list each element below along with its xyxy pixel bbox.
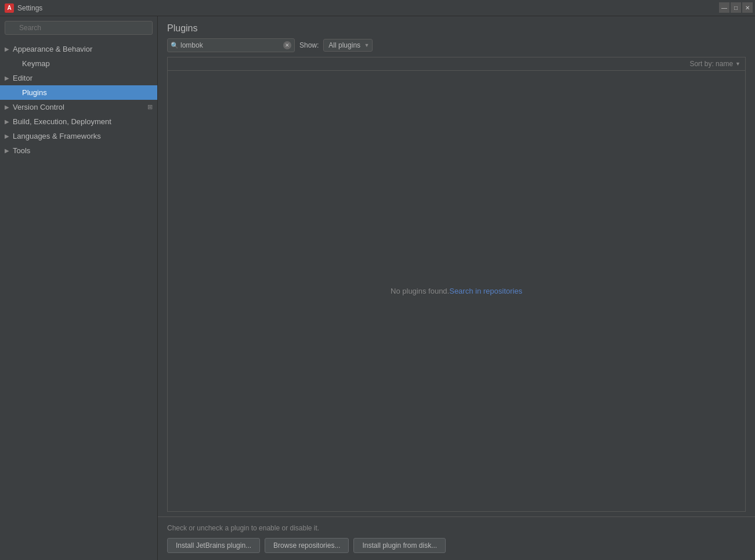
sidebar-item-keymap[interactable]: Keymap — [0, 56, 157, 71]
browse-repositories-button[interactable]: Browse repositories... — [265, 538, 349, 553]
main-content: Plugins 🔍 ✕ Show: All plugins Enabled Di… — [158, 16, 755, 560]
arrow-icon: ▶ — [5, 147, 13, 154]
sidebar-item-label: Version Control — [13, 103, 147, 111]
sidebar-item-label: Appearance & Behavior — [13, 45, 153, 53]
sidebar-search-wrap: 🔍 — [0, 16, 157, 39]
sidebar-search-input[interactable] — [5, 21, 153, 35]
sidebar-item-tools[interactable]: ▶ Tools — [0, 143, 157, 158]
page-header: Plugins — [158, 16, 755, 38]
sidebar-item-label: Languages & Frameworks — [13, 132, 153, 140]
sidebar-item-label: Build, Execution, Deployment — [13, 117, 153, 126]
sidebar-item-label: Plugins — [22, 88, 153, 97]
sidebar-item-editor[interactable]: ▶ Editor — [0, 71, 157, 85]
bottom-hint: Check or uncheck a plugin to enable or d… — [167, 524, 746, 532]
sort-bar: Sort by: name ▼ — [168, 57, 745, 71]
arrow-icon: ▶ — [5, 118, 13, 125]
maximize-button[interactable]: □ — [731, 2, 741, 13]
arrow-icon: ▶ — [5, 75, 13, 81]
sidebar-item-label: Tools — [13, 146, 153, 155]
search-in-repositories-link[interactable]: Search in repositories — [449, 287, 522, 295]
plugin-search-wrap: 🔍 ✕ — [167, 38, 295, 52]
sidebar-item-label: Editor — [13, 74, 153, 82]
sidebar-item-plugins[interactable]: Plugins — [0, 85, 157, 100]
sidebar-nav: ▶ Appearance & Behavior Keymap ▶ Editor … — [0, 39, 157, 560]
show-dropdown-wrap: All plugins Enabled Disabled Bundled Cus… — [323, 39, 373, 52]
arrow-icon: ▶ — [5, 46, 13, 52]
close-button[interactable]: ✕ — [742, 2, 753, 13]
plugin-list-area: Sort by: name ▼ No plugins found. Search… — [167, 57, 746, 512]
plugin-search-bar: 🔍 ✕ Show: All plugins Enabled Disabled B… — [158, 38, 755, 57]
plugin-search-clear-button[interactable]: ✕ — [283, 41, 291, 49]
bottom-section: Check or uncheck a plugin to enable or d… — [158, 516, 755, 560]
copy-icon: ⊞ — [147, 103, 153, 111]
bottom-buttons: Install JetBrains plugin... Browse repos… — [167, 538, 746, 553]
no-plugins-text: No plugins found. — [391, 287, 449, 295]
sidebar: 🔍 ▶ Appearance & Behavior Keymap ▶ Edito… — [0, 16, 158, 560]
sidebar-search-container: 🔍 — [5, 21, 153, 35]
install-plugin-from-disk-button[interactable]: Install plugin from disk... — [353, 538, 446, 553]
sidebar-item-label: Keymap — [22, 59, 153, 68]
sidebar-item-appearance[interactable]: ▶ Appearance & Behavior — [0, 42, 157, 56]
sort-arrow-icon: ▼ — [735, 61, 740, 67]
plugin-list-content: No plugins found. Search in repositories — [168, 71, 745, 511]
show-label: Show: — [299, 41, 319, 49]
app-icon: A — [5, 3, 14, 13]
arrow-icon: ▶ — [5, 104, 13, 110]
page-title: Plugins — [167, 23, 197, 33]
title-bar: A Settings — □ ✕ — [0, 0, 755, 16]
title-bar-controls: — □ ✕ — [719, 2, 753, 13]
sort-by-label: Sort by: name — [689, 60, 733, 68]
show-dropdown[interactable]: All plugins Enabled Disabled Bundled Cus… — [323, 39, 373, 52]
sidebar-item-languages[interactable]: ▶ Languages & Frameworks — [0, 129, 157, 143]
minimize-button[interactable]: — — [719, 2, 729, 13]
sort-bar-content: Sort by: name ▼ — [172, 60, 740, 68]
sidebar-item-build[interactable]: ▶ Build, Execution, Deployment — [0, 114, 157, 129]
install-jetbrains-plugin-button[interactable]: Install JetBrains plugin... — [167, 538, 260, 553]
plugin-search-input[interactable] — [167, 38, 295, 52]
main-layout: 🔍 ▶ Appearance & Behavior Keymap ▶ Edito… — [0, 16, 755, 560]
arrow-icon: ▶ — [5, 133, 13, 139]
sidebar-item-version-control[interactable]: ▶ Version Control ⊞ — [0, 100, 157, 114]
title-bar-text: Settings — [17, 4, 42, 12]
